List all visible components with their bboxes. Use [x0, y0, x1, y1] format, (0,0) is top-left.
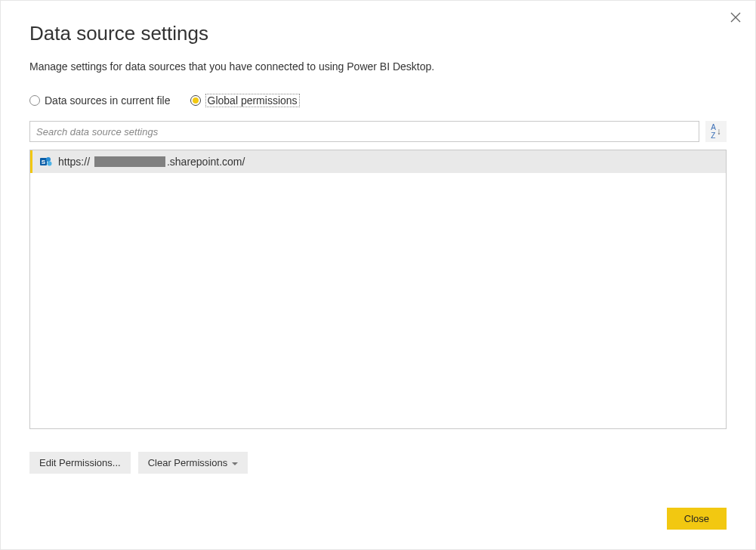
close-icon: [730, 12, 741, 23]
close-button[interactable]: Close: [667, 508, 727, 530]
svg-point-2: [46, 157, 51, 162]
radio-current-file[interactable]: Data sources in current file: [29, 94, 171, 107]
search-row: AZ↓: [29, 121, 727, 142]
sort-button[interactable]: AZ↓: [705, 121, 727, 142]
clear-permissions-button[interactable]: Clear Permissions: [138, 452, 248, 474]
clear-permissions-label: Clear Permissions: [148, 457, 227, 468]
page-title: Data source settings: [29, 22, 727, 45]
radio-label-global: Global permissions: [205, 94, 300, 107]
dialog-content: Data source settings Manage settings for…: [1, 1, 755, 474]
edit-permissions-label: Edit Permissions...: [39, 457, 121, 468]
radio-global-permissions[interactable]: Global permissions: [190, 94, 300, 107]
radio-icon-checked: [190, 95, 201, 106]
permissions-button-row: Edit Permissions... Clear Permissions: [29, 452, 727, 474]
data-source-url: https:// .sharepoint.com/: [58, 156, 245, 168]
radio-icon: [29, 95, 40, 106]
edit-permissions-button[interactable]: Edit Permissions...: [29, 452, 131, 474]
radio-label-current-file: Data sources in current file: [45, 94, 171, 107]
scope-radio-group: Data sources in current file Global perm…: [29, 94, 727, 107]
svg-text:S: S: [42, 159, 46, 165]
chevron-down-icon: [232, 462, 238, 465]
sort-arrow-icon: ↓: [717, 127, 721, 136]
sort-az-icon: AZ: [711, 123, 716, 140]
page-subtitle: Manage settings for data sources that yo…: [29, 60, 727, 73]
list-item[interactable]: S https:// .sharepoint.com/: [30, 150, 726, 173]
sharepoint-icon: S: [40, 156, 52, 168]
data-source-list[interactable]: S https:// .sharepoint.com/: [29, 150, 727, 429]
url-prefix: https://: [58, 156, 93, 168]
close-button-label: Close: [684, 513, 709, 524]
search-input[interactable]: [29, 121, 699, 142]
redacted-segment: [94, 156, 165, 167]
dialog-close-button[interactable]: [724, 5, 748, 29]
dialog-footer: Close: [667, 508, 727, 530]
svg-point-3: [48, 162, 52, 166]
url-suffix: .sharepoint.com/: [167, 156, 245, 168]
